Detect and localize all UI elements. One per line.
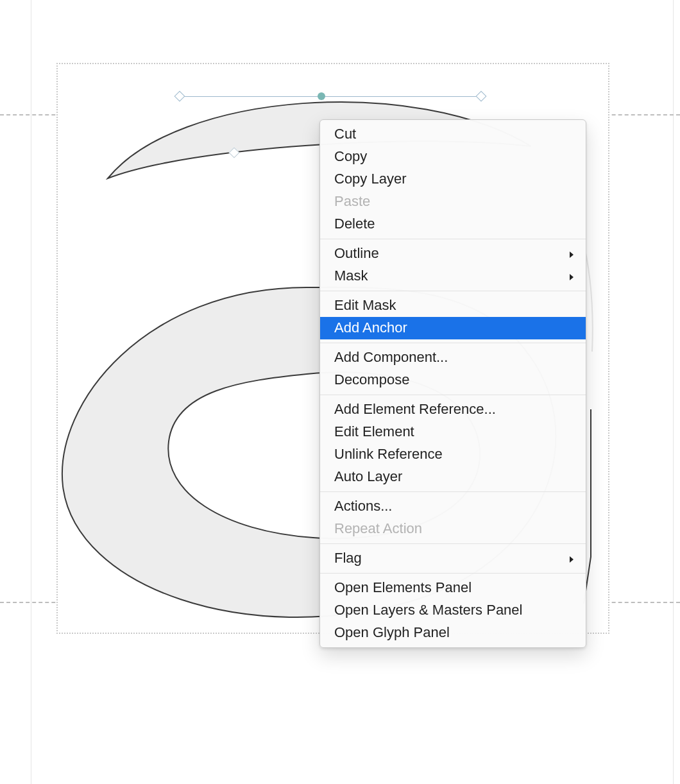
menu-separator	[320, 239, 586, 239]
handle-oncurve-point[interactable]	[318, 92, 325, 100]
menu-item-open-layers-panel[interactable]: Open Layers & Masters Panel	[320, 599, 586, 622]
menu-item-label: Add Element Reference...	[334, 401, 496, 417]
menu-item-flag[interactable]: Flag	[320, 547, 586, 570]
submenu-arrow-icon	[568, 247, 575, 261]
menu-item-label: Actions...	[334, 498, 392, 514]
menu-item-label: Open Elements Panel	[334, 579, 472, 595]
menu-item-label: Edit Element	[334, 423, 414, 439]
ruler-guide-left	[31, 0, 31, 784]
menu-item-label: Copy Layer	[334, 171, 407, 187]
menu-separator	[320, 343, 586, 343]
menu-item-mask[interactable]: Mask	[320, 265, 586, 287]
ruler-guide-right	[673, 0, 674, 784]
menu-item-label: Delete	[334, 216, 375, 232]
menu-item-copy-layer[interactable]: Copy Layer	[320, 168, 586, 191]
menu-item-label: Cut	[334, 126, 356, 142]
menu-item-outline[interactable]: Outline	[320, 243, 586, 265]
menu-item-paste: Paste	[320, 191, 586, 213]
selection-handles[interactable]	[180, 96, 481, 109]
menu-item-actions[interactable]: Actions...	[320, 495, 586, 518]
menu-item-label: Mask	[334, 268, 368, 284]
menu-separator	[320, 291, 586, 291]
menu-item-label: Open Layers & Masters Panel	[334, 602, 522, 618]
context-menu[interactable]: CutCopyCopy LayerPasteDeleteOutlineMaskE…	[319, 119, 586, 648]
menu-item-edit-element[interactable]: Edit Element	[320, 421, 586, 443]
menu-item-auto-layer[interactable]: Auto Layer	[320, 466, 586, 488]
menu-item-label: Unlink Reference	[334, 446, 443, 462]
menu-separator	[320, 573, 586, 574]
menu-item-label: Paste	[334, 193, 370, 209]
menu-item-open-glyph-panel[interactable]: Open Glyph Panel	[320, 622, 586, 644]
menu-item-label: Auto Layer	[334, 468, 402, 484]
menu-item-copy[interactable]: Copy	[320, 146, 586, 168]
menu-item-decompose[interactable]: Decompose	[320, 369, 586, 391]
menu-separator	[320, 543, 586, 544]
submenu-arrow-icon	[568, 552, 575, 566]
menu-item-label: Copy	[334, 148, 367, 164]
menu-item-repeat-action: Repeat Action	[320, 518, 586, 540]
menu-item-label: Open Glyph Panel	[334, 624, 450, 640]
menu-item-edit-mask[interactable]: Edit Mask	[320, 294, 586, 317]
menu-item-label: Add Anchor	[334, 320, 407, 336]
menu-item-label: Edit Mask	[334, 297, 396, 313]
menu-item-add-element-ref[interactable]: Add Element Reference...	[320, 398, 586, 421]
menu-item-label: Repeat Action	[334, 520, 422, 536]
menu-item-delete[interactable]: Delete	[320, 213, 586, 235]
menu-item-label: Add Component...	[334, 349, 448, 365]
menu-item-open-elements-panel[interactable]: Open Elements Panel	[320, 577, 586, 599]
menu-separator	[320, 395, 586, 395]
menu-item-unlink-ref[interactable]: Unlink Reference	[320, 443, 586, 466]
menu-item-label: Flag	[334, 550, 362, 566]
menu-item-add-anchor[interactable]: Add Anchor	[320, 317, 586, 339]
menu-item-add-component[interactable]: Add Component...	[320, 346, 586, 369]
selection-tangent-line	[180, 96, 481, 97]
menu-item-label: Decompose	[334, 371, 409, 388]
menu-item-cut[interactable]: Cut	[320, 123, 586, 146]
submenu-arrow-icon	[568, 269, 575, 284]
menu-separator	[320, 491, 586, 492]
menu-item-label: Outline	[334, 245, 379, 261]
